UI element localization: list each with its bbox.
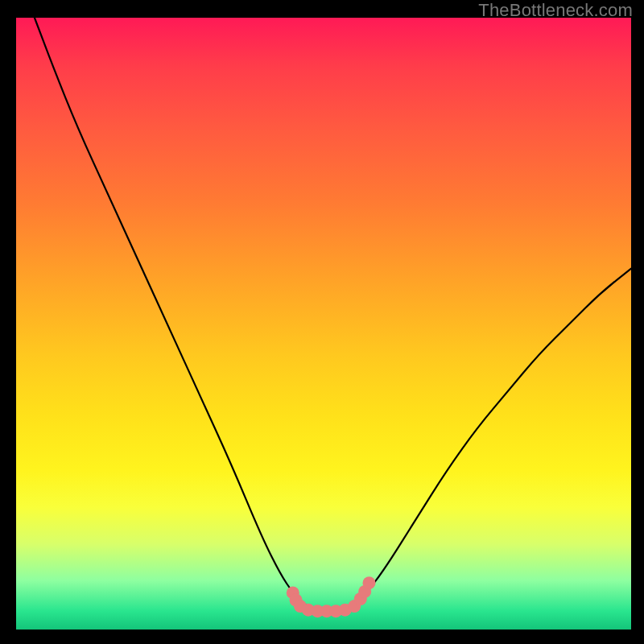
curve-svg [16, 18, 631, 630]
trough-marker [363, 576, 376, 589]
plot-area [16, 18, 631, 630]
chart-frame: TheBottleneck.com [0, 0, 644, 644]
bottleneck-curve [35, 18, 631, 611]
trough-markers [287, 576, 376, 617]
